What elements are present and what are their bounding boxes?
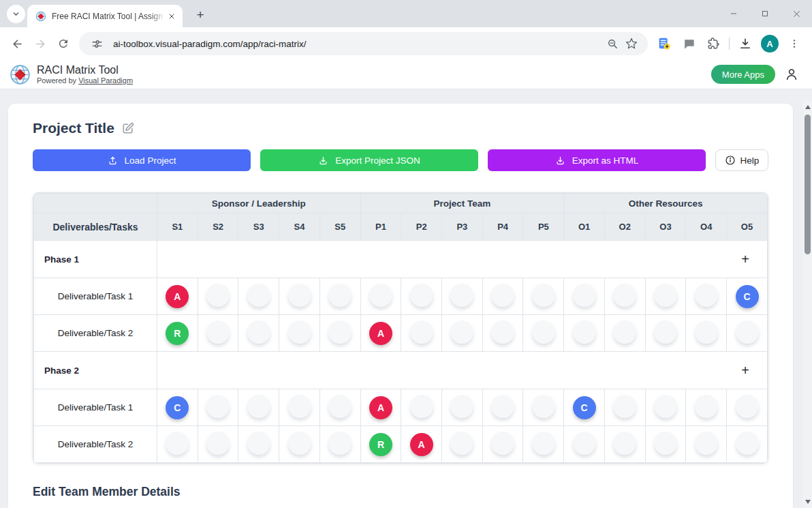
export-json-button[interactable]: Export Project JSON <box>260 149 478 171</box>
empty-raci-slot[interactable] <box>288 320 311 344</box>
empty-raci-slot[interactable] <box>247 284 270 307</box>
raci-cell-P1[interactable]: A <box>360 315 401 352</box>
raci-cell-O4[interactable] <box>686 389 727 426</box>
raci-cell-S2[interactable] <box>198 389 238 426</box>
raci-cell-S4[interactable] <box>279 278 320 315</box>
raci-cell-O1[interactable] <box>564 315 605 352</box>
raci-cell-P3[interactable] <box>442 278 483 315</box>
raci-cell-O1[interactable]: C <box>564 389 605 426</box>
raci-cell-S1[interactable] <box>157 426 198 463</box>
bookmark-star-icon[interactable] <box>622 34 641 53</box>
empty-raci-slot[interactable] <box>695 395 718 418</box>
raci-cell-S2[interactable] <box>198 315 238 352</box>
window-maximize-button[interactable] <box>749 0 781 27</box>
empty-raci-slot[interactable] <box>410 320 433 344</box>
raci-cell-S3[interactable] <box>238 389 279 426</box>
empty-raci-slot[interactable] <box>450 284 473 307</box>
raci-cell-O5[interactable]: C <box>727 278 768 315</box>
empty-raci-slot[interactable] <box>573 432 596 455</box>
window-minimize-button[interactable] <box>718 0 749 27</box>
raci-cell-S5[interactable] <box>319 278 360 315</box>
raci-cell-O4[interactable] <box>686 426 727 463</box>
tab-search-button[interactable] <box>7 5 25 23</box>
raci-cell-O4[interactable] <box>686 278 727 315</box>
raci-badge-C[interactable]: C <box>573 396 596 419</box>
raci-cell-S5[interactable] <box>319 389 360 426</box>
raci-cell-P5[interactable] <box>523 315 564 352</box>
raci-cell-O3[interactable] <box>645 426 686 463</box>
scrollbar-up-arrow[interactable] <box>803 102 812 112</box>
raci-cell-O2[interactable] <box>604 389 645 426</box>
address-bar[interactable]: ai-toolbox.visual-paradigm.com/app/raci-… <box>79 32 648 55</box>
empty-raci-slot[interactable] <box>695 284 718 307</box>
empty-raci-slot[interactable] <box>166 432 189 455</box>
edit-title-icon[interactable] <box>121 121 135 135</box>
reload-button[interactable] <box>52 32 75 55</box>
empty-raci-slot[interactable] <box>613 432 636 455</box>
empty-raci-slot[interactable] <box>736 395 759 418</box>
member-column-header-O2[interactable]: O2 <box>604 213 645 241</box>
raci-cell-O3[interactable] <box>645 389 686 426</box>
raci-cell-O3[interactable] <box>645 315 686 352</box>
empty-raci-slot[interactable] <box>532 320 555 344</box>
member-column-header-P5[interactable]: P5 <box>523 213 564 241</box>
raci-cell-P5[interactable] <box>523 426 564 463</box>
empty-raci-slot[interactable] <box>736 432 759 455</box>
raci-cell-O2[interactable] <box>604 315 645 352</box>
member-column-header-S2[interactable]: S2 <box>198 213 238 241</box>
member-column-header-O5[interactable]: O5 <box>727 213 768 241</box>
raci-badge-A[interactable]: A <box>369 396 392 419</box>
empty-raci-slot[interactable] <box>450 395 473 418</box>
raci-cell-S5[interactable] <box>319 426 360 463</box>
empty-raci-slot[interactable] <box>613 395 636 418</box>
task-label[interactable]: Deliverable/Task 1 <box>34 389 157 426</box>
empty-raci-slot[interactable] <box>654 284 677 307</box>
empty-raci-slot[interactable] <box>491 284 514 307</box>
empty-raci-slot[interactable] <box>654 395 677 418</box>
task-label[interactable]: Deliverable/Task 2 <box>34 426 157 463</box>
raci-cell-S2[interactable] <box>198 426 238 463</box>
member-column-header-O1[interactable]: O1 <box>564 213 605 241</box>
extensions-icon[interactable] <box>702 33 724 55</box>
comment-bubble-icon[interactable] <box>678 33 700 55</box>
raci-cell-P5[interactable] <box>523 389 564 426</box>
raci-cell-P4[interactable] <box>482 278 523 315</box>
raci-badge-C[interactable]: C <box>166 396 189 419</box>
raci-badge-A[interactable]: A <box>166 285 189 308</box>
raci-cell-S1[interactable]: A <box>157 278 198 315</box>
raci-cell-P3[interactable] <box>442 426 483 463</box>
browser-tab[interactable]: Free RACI Matrix Tool | Assign R <box>27 5 183 27</box>
task-label[interactable]: Deliverable/Task 1 <box>34 278 157 315</box>
empty-raci-slot[interactable] <box>736 320 759 344</box>
zoom-out-icon[interactable] <box>603 34 622 53</box>
raci-badge-A[interactable]: A <box>369 322 392 345</box>
raci-cell-O2[interactable] <box>604 426 645 463</box>
empty-raci-slot[interactable] <box>410 395 433 418</box>
raci-cell-O5[interactable] <box>727 315 768 352</box>
empty-raci-slot[interactable] <box>328 284 352 307</box>
member-column-header-S1[interactable]: S1 <box>157 213 198 241</box>
empty-raci-slot[interactable] <box>247 432 270 455</box>
raci-cell-S4[interactable] <box>279 426 320 463</box>
member-column-header-P3[interactable]: P3 <box>442 213 483 241</box>
raci-badge-C[interactable]: C <box>736 285 759 308</box>
empty-raci-slot[interactable] <box>288 432 311 455</box>
empty-raci-slot[interactable] <box>613 320 636 344</box>
empty-raci-slot[interactable] <box>491 320 514 344</box>
reading-list-icon[interactable] <box>653 33 675 55</box>
empty-raci-slot[interactable] <box>532 432 555 455</box>
raci-cell-O1[interactable] <box>564 426 605 463</box>
raci-cell-S5[interactable] <box>319 315 360 352</box>
browser-menu-icon[interactable] <box>783 33 805 55</box>
tab-close-icon[interactable] <box>166 10 177 22</box>
load-project-button[interactable]: Load Project <box>33 149 251 171</box>
raci-cell-P4[interactable] <box>482 315 523 352</box>
raci-cell-O5[interactable] <box>727 389 768 426</box>
new-tab-button[interactable]: + <box>191 5 210 25</box>
raci-cell-P2[interactable] <box>401 315 442 352</box>
empty-raci-slot[interactable] <box>450 320 473 344</box>
empty-raci-slot[interactable] <box>491 395 514 418</box>
empty-raci-slot[interactable] <box>206 432 230 455</box>
raci-cell-S2[interactable] <box>198 278 238 315</box>
member-column-header-P1[interactable]: P1 <box>360 213 401 241</box>
